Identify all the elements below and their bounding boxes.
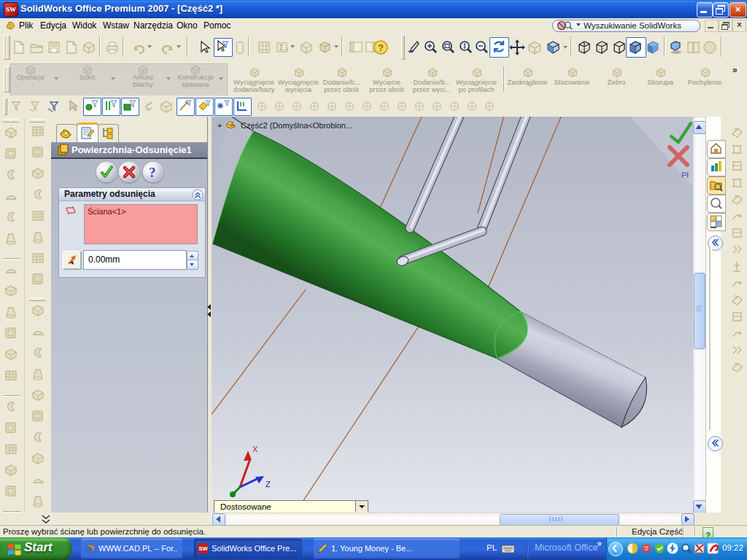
svg-text:Część2 (Domyślna<Obrobion...: Część2 (Domyślna<Obrobion... — [241, 121, 352, 130]
svg-text:Σ: Σ — [279, 44, 284, 52]
svg-text:?: ? — [378, 42, 384, 53]
svg-text:SW: SW — [199, 545, 209, 552]
svg-text:Z: Z — [266, 480, 271, 489]
svg-text:X: X — [252, 445, 258, 454]
svg-text:?: ? — [149, 165, 156, 180]
svg-text:+: + — [217, 121, 222, 130]
svg-text:Pł: Pł — [681, 171, 689, 179]
